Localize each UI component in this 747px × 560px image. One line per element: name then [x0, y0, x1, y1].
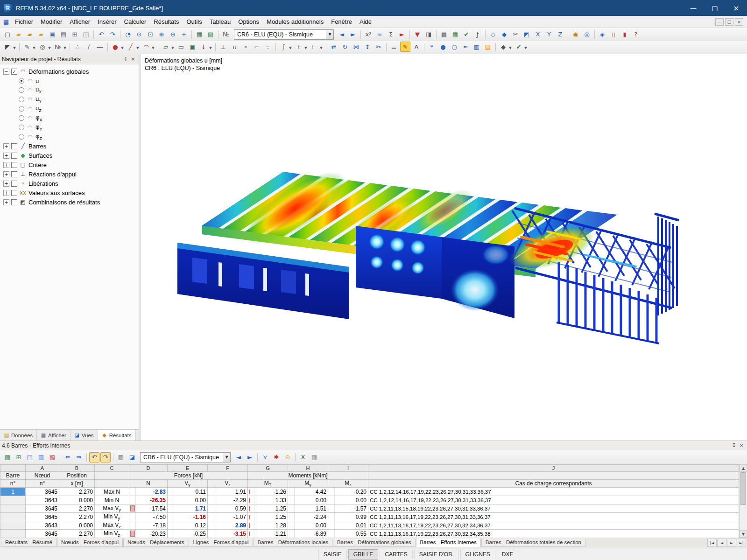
column-header-G[interactable]: G [248, 465, 288, 472]
table-search-button[interactable]: ⊙ [282, 452, 293, 462]
internal-forces-table[interactable]: ABCDEFGHIJBarreNœudPositionForces [kN]Mo… [0, 464, 739, 538]
line-tools-button-dropdown-icon[interactable]: ▼ [135, 43, 140, 53]
value-cell[interactable]: -1.57 [328, 504, 368, 513]
table-scrollbar[interactable]: ▲ ▼ [739, 464, 747, 538]
project-button[interactable]: ↕ [362, 42, 373, 52]
tree-checkbox[interactable] [11, 162, 17, 168]
scroll-up-icon[interactable]: ▲ [740, 464, 747, 472]
surface-tools-button[interactable]: ▱ [161, 42, 171, 52]
navigator-close-icon[interactable]: × [129, 56, 137, 62]
favorites-button-dropdown-icon[interactable]: ▼ [508, 43, 513, 53]
load-cases-cell[interactable]: CC 1,2,12,14,16,17,19,22,23,26,27,30,31,… [368, 488, 739, 496]
node-tools-button[interactable]: ● [110, 42, 120, 52]
tree-item-uy[interactable]: ◠uY [1, 95, 138, 104]
tab-barres-deformations-locales[interactable]: Barres - Déformations locales [254, 539, 332, 547]
jump-last-button[interactable]: ⇒ [74, 452, 84, 462]
menu-afficher[interactable]: Afficher [66, 16, 94, 27]
tree-radio[interactable] [19, 125, 24, 130]
column-header-F[interactable]: F [208, 465, 248, 472]
wireframe-button[interactable]: ◇ [488, 29, 498, 40]
redo-button[interactable]: ↷ [107, 29, 118, 40]
value-cell[interactable]: 1.33 [248, 496, 288, 504]
trim-button[interactable]: ✂ [374, 42, 384, 52]
value-cell[interactable]: 1.91 [208, 488, 248, 496]
numbering-button-dropdown-icon[interactable]: ▼ [63, 43, 67, 53]
status-grille[interactable]: GRILLE [348, 549, 379, 560]
next-load-case-button[interactable]: ► [348, 29, 358, 40]
position-cell[interactable]: 2.270 [59, 488, 95, 496]
tree-item-phix[interactable]: ◠φX [1, 113, 138, 123]
expand-icon[interactable]: + [3, 153, 9, 159]
navigator-tab-donnees[interactable]: ▤Données [0, 430, 37, 441]
value-cell[interactable]: -3.15 [208, 530, 248, 538]
rendering-button[interactable]: ● [438, 42, 448, 52]
section-cut-button[interactable]: ✂ [510, 29, 521, 40]
favorites-button[interactable]: ◆ [498, 42, 508, 52]
table-row[interactable]: 36452.270Min Vy-7.50-1.16-1.071.25-2.240… [0, 513, 739, 521]
cad-tools-button[interactable]: + [294, 42, 304, 52]
value-cell[interactable]: 1.51 [288, 504, 328, 513]
member-eccentricity-button[interactable]: ⌐ [252, 42, 262, 52]
undo-table-button[interactable]: ↶ [89, 452, 99, 462]
select-arrow-button-dropdown-icon[interactable]: ▼ [12, 43, 17, 53]
previous-load-case-button[interactable]: ◄ [337, 29, 347, 40]
node-cell[interactable]: 3643 [26, 521, 59, 530]
arc-tools-button[interactable]: ◠ [141, 42, 151, 52]
screenshot-button[interactable]: ◫ [81, 29, 91, 40]
value-cell[interactable]: 0.55 [328, 530, 368, 538]
value-cell[interactable]: -0.20 [328, 488, 368, 496]
value-cell[interactable]: -2.83 [129, 488, 168, 496]
module-window-button[interactable]: ◈ [597, 29, 607, 40]
move-copy-button[interactable]: ⇄ [329, 42, 339, 52]
position-cell[interactable]: 2.270 [59, 504, 95, 513]
calculate-all-button[interactable]: ▦ [450, 29, 460, 40]
load-cases-cell[interactable]: CC 1,2,11,13,16,17,19,22,23,26,27,30,32,… [368, 521, 739, 530]
rotate-copy-button[interactable]: ↻ [340, 42, 350, 52]
color-panel-button[interactable]: ▤ [483, 42, 493, 52]
generate-model-button-dropdown-icon[interactable]: ▼ [288, 43, 293, 53]
value-cell[interactable]: -2.24 [288, 513, 328, 521]
new-file-button[interactable]: ▢ [2, 29, 13, 40]
node-cell[interactable]: 3643 [26, 496, 59, 504]
text-note-button[interactable]: A [411, 42, 422, 52]
column-header-C[interactable]: C [95, 465, 129, 472]
status-saisie-d-ob[interactable]: SAISIE D'OB. [414, 550, 459, 559]
jump-first-button[interactable]: ⇐ [63, 452, 73, 462]
value-cell[interactable]: 0.12 [168, 521, 208, 530]
tree-checkbox[interactable] [11, 190, 17, 196]
expand-icon[interactable]: + [3, 162, 9, 168]
value-cell[interactable]: 1.25 [248, 513, 288, 521]
axes-display-button[interactable]: * [427, 42, 437, 52]
column-header-J[interactable]: J [368, 465, 739, 472]
value-cell[interactable]: 0.00 [288, 496, 328, 504]
menu-tableau[interactable]: Tableau [206, 16, 235, 27]
tree-item-ux[interactable]: ◠uX [1, 85, 138, 95]
status-dxf[interactable]: DXF [497, 550, 518, 559]
table-row[interactable]: 36452.270Max Vy-17.541.710.591.251.51-1.… [0, 504, 739, 513]
line-tools-button[interactable]: ╱ [126, 42, 136, 52]
menu-aide[interactable]: Aide [356, 16, 375, 27]
position-cell[interactable]: 2.270 [59, 513, 95, 521]
menu-fichier[interactable]: Fichier [11, 16, 37, 27]
validate-button[interactable]: ✔ [514, 42, 524, 52]
tree-checkbox[interactable] [11, 181, 17, 187]
value-cell[interactable]: 1.71 [168, 504, 208, 513]
help-button[interactable]: ? [631, 29, 641, 40]
chevron-down-icon[interactable]: ▼ [223, 453, 230, 462]
tree-radio[interactable] [19, 87, 24, 93]
last-tab-button[interactable]: ►| [737, 539, 746, 547]
position-cell[interactable]: 0.000 [59, 496, 95, 504]
zoom-out-button[interactable]: ⊖ [168, 29, 178, 40]
row-header-cell[interactable] [0, 530, 26, 538]
value-cell[interactable]: -20.23 [129, 530, 168, 538]
table-row[interactable]: 136452.270Max N-2.830.111.91-1.264.42-0.… [0, 488, 739, 496]
value-cell[interactable]: -1.21 [248, 530, 288, 538]
view-z-button[interactable]: Z [555, 29, 565, 40]
tree-radio[interactable] [19, 106, 24, 112]
next-tab-button[interactable]: ► [727, 539, 736, 547]
numbering-button[interactable]: № [53, 42, 63, 52]
value-cell[interactable]: -1.07 [208, 513, 248, 521]
table-view-button[interactable]: ▦ [116, 452, 126, 462]
tree-item-phiy[interactable]: ◠φY [1, 123, 138, 132]
first-tab-button[interactable]: |◄ [707, 539, 717, 547]
